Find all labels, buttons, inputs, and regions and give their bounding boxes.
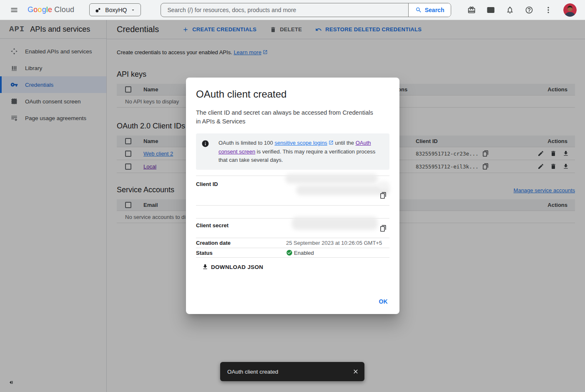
- dialog-notice: OAuth is limited to 100 sensitive scope …: [196, 133, 389, 170]
- notice-part: OAuth is limited to 100: [218, 140, 274, 146]
- notifications-button[interactable]: [506, 6, 514, 14]
- gift-icon: [467, 6, 476, 14]
- download-json-button[interactable]: DOWNLOAD JSON: [202, 264, 263, 270]
- snackbar: OAuth client created: [220, 362, 364, 381]
- logo-cloud-text: Cloud: [54, 5, 74, 14]
- redacted-client-id-line1: [285, 174, 378, 183]
- hamburger-icon: [10, 6, 18, 14]
- info-icon: [201, 140, 209, 148]
- download-icon: [202, 264, 208, 270]
- dialog-title: OAuth client created: [186, 78, 399, 100]
- avatar-photo: [563, 3, 577, 17]
- redacted-client-id-end: [378, 181, 389, 189]
- logo-letter: o: [38, 5, 42, 14]
- chevron-down-icon: [131, 8, 136, 13]
- close-icon: [352, 368, 359, 375]
- status-value: Enabled: [286, 249, 314, 256]
- search-bar: Search: [161, 3, 451, 17]
- project-selector[interactable]: BoxyHQ: [89, 3, 141, 16]
- logo-letter: G: [28, 5, 33, 14]
- search-button[interactable]: Search: [408, 3, 451, 17]
- oauth-created-dialog: OAuth client created The client ID and s…: [186, 78, 399, 314]
- external-link-icon: [329, 139, 334, 148]
- hamburger-menu-button[interactable]: [10, 6, 18, 14]
- cloud-shell-button[interactable]: [487, 6, 495, 14]
- search-input[interactable]: [161, 3, 408, 17]
- redacted-client-id-line2: [296, 185, 389, 195]
- copy-client-secret-button[interactable]: [379, 225, 387, 233]
- notice-text: OAuth is limited to 100 sensitive scope …: [218, 139, 383, 164]
- creation-date-value: 25 September 2023 at 10:26:05 GMT+5: [286, 240, 382, 246]
- help-button[interactable]: [525, 6, 533, 14]
- bell-icon: [506, 6, 514, 14]
- help-icon: [525, 6, 533, 14]
- topbar: Google Cloud BoxyHQ Search: [0, 0, 585, 20]
- project-name: BoxyHQ: [105, 7, 127, 13]
- account-avatar[interactable]: [563, 3, 577, 17]
- row-spacer: [196, 206, 389, 218]
- search-button-label: Search: [425, 7, 444, 13]
- more-vert-icon: [544, 6, 552, 14]
- client-secret-label: Client secret: [196, 222, 228, 229]
- snackbar-message: OAuth client created: [227, 369, 352, 375]
- ok-button[interactable]: OK: [379, 298, 388, 305]
- status-text: Enabled: [294, 250, 314, 256]
- snackbar-close-button[interactable]: [352, 368, 359, 375]
- sensitive-scope-logins-link[interactable]: sensitive scope logins: [274, 140, 327, 146]
- client-id-label: Client ID: [196, 181, 218, 187]
- copy-icon: [379, 192, 387, 199]
- check-circle-icon: [286, 249, 293, 256]
- notice-part: until the: [334, 140, 356, 146]
- logo-letter: g: [42, 5, 46, 14]
- creation-date-label: Creation date: [196, 240, 286, 246]
- screen: Google Cloud BoxyHQ Search: [0, 0, 585, 392]
- status-row: Status Enabled: [196, 248, 389, 258]
- cloud-shell-icon: [487, 6, 495, 14]
- creation-date-row: Creation date 25 September 2023 at 10:26…: [196, 238, 389, 248]
- status-label: Status: [196, 250, 286, 256]
- google-cloud-logo: Google Cloud: [28, 5, 74, 14]
- copy-client-id-button[interactable]: [379, 192, 387, 200]
- logo-letter: e: [48, 5, 52, 14]
- download-json-label: DOWNLOAD JSON: [211, 264, 263, 270]
- logo-letter: o: [33, 5, 38, 14]
- topbar-actions: [467, 3, 585, 17]
- dialog-description: The client ID and secret can always be a…: [186, 100, 389, 126]
- free-trial-gift-button[interactable]: [467, 6, 476, 14]
- copy-icon: [379, 225, 387, 232]
- more-options-button[interactable]: [544, 6, 552, 14]
- search-icon: [415, 7, 422, 13]
- boxyhq-logo-icon: [95, 7, 101, 13]
- redacted-client-secret: [292, 217, 378, 230]
